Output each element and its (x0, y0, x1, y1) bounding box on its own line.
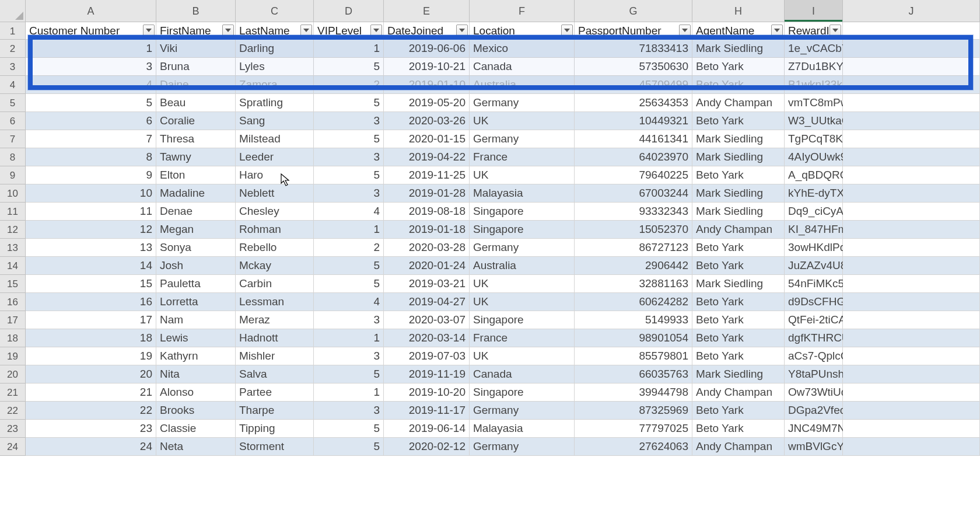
col-header-E[interactable]: E (384, 0, 470, 22)
cell-lastname[interactable]: Leeder (236, 148, 314, 166)
cell-firstname[interactable]: Coralie (156, 112, 236, 130)
cell-agentname[interactable]: Beto Yark (692, 76, 785, 94)
cell[interactable] (843, 239, 980, 257)
cell-rewardid[interactable]: 4AIyOUwk9WY (785, 148, 843, 166)
cell-lastname[interactable]: Salva (236, 365, 314, 383)
cell-agentname[interactable]: Beto Yark (692, 166, 785, 184)
cell-datejoined[interactable]: 2019-05-20 (384, 94, 470, 112)
cell-passportnumber[interactable]: 66035763 (575, 365, 692, 383)
cell-lastname[interactable]: Lyles (236, 58, 314, 76)
cell-rewardid[interactable]: Dq9_ciCyAq8 (785, 203, 843, 221)
cell-agentname[interactable]: Beto Yark (692, 239, 785, 257)
cell-lastname[interactable]: Tharpe (236, 402, 314, 420)
cell-location[interactable]: France (470, 148, 575, 166)
cell-lastname[interactable]: Hadnott (236, 329, 314, 347)
cell-datejoined[interactable]: 2020-01-24 (384, 257, 470, 275)
cell-rewardid[interactable]: 54nFiMKc5ag (785, 275, 843, 293)
cell-datejoined[interactable]: 2019-06-14 (384, 420, 470, 438)
cell-lastname[interactable]: Lessman (236, 293, 314, 311)
filter-dropdown-icon[interactable] (830, 25, 841, 36)
col-header-J[interactable]: J (843, 0, 980, 22)
header-firstname[interactable]: FirstName (156, 22, 236, 40)
cell[interactable] (843, 347, 980, 365)
cell-firstname[interactable]: Lewis (156, 329, 236, 347)
header-agentname[interactable]: AgentName (692, 22, 785, 40)
cell-viplevel[interactable]: 4 (314, 293, 384, 311)
cell-passportnumber[interactable]: 10449321 (575, 112, 692, 130)
cell-datejoined[interactable]: 2019-11-19 (384, 365, 470, 383)
cell[interactable] (843, 94, 980, 112)
cell-viplevel[interactable]: 5 (314, 94, 384, 112)
cell[interactable] (843, 402, 980, 420)
cell[interactable] (843, 58, 980, 76)
cell-viplevel[interactable]: 1 (314, 221, 384, 239)
cell-lastname[interactable]: Meraz (236, 311, 314, 329)
col-header-C[interactable]: C (236, 0, 314, 22)
col-header-G[interactable]: G (575, 0, 692, 22)
cell-datejoined[interactable]: 2019-01-28 (384, 184, 470, 203)
cell-customer-number[interactable]: 19 (26, 347, 156, 365)
cell-customer-number[interactable]: 13 (26, 239, 156, 257)
cell-firstname[interactable]: Brooks (156, 402, 236, 420)
cell-customer-number[interactable]: 1 (26, 40, 156, 58)
cell-location[interactable]: Singapore (470, 203, 575, 221)
cell-location[interactable]: Singapore (470, 383, 575, 402)
cell-customer-number[interactable]: 4 (26, 76, 156, 94)
row-header[interactable]: 19 (0, 347, 26, 365)
cell-datejoined[interactable]: 2019-04-27 (384, 293, 470, 311)
cell-location[interactable]: UK (470, 166, 575, 184)
cell-passportnumber[interactable]: 64023970 (575, 148, 692, 166)
cell-firstname[interactable]: Kathyrn (156, 347, 236, 365)
cell-datejoined[interactable]: 2019-04-22 (384, 148, 470, 166)
cell-passportnumber[interactable]: 2906442 (575, 257, 692, 275)
cell-lastname[interactable]: Mishler (236, 347, 314, 365)
cell-firstname[interactable]: Viki (156, 40, 236, 58)
cell-location[interactable]: Singapore (470, 311, 575, 329)
cell-passportnumber[interactable]: 39944798 (575, 383, 692, 402)
cell-viplevel[interactable]: 4 (314, 203, 384, 221)
header-datejoined[interactable]: DateJoined (384, 22, 470, 40)
cell-passportnumber[interactable]: 27624063 (575, 438, 692, 456)
cell-firstname[interactable]: Classie (156, 420, 236, 438)
col-header-A[interactable]: A (26, 0, 156, 22)
filter-dropdown-icon[interactable] (300, 25, 312, 36)
cell-customer-number[interactable]: 5 (26, 94, 156, 112)
cell-passportnumber[interactable]: 15052370 (575, 221, 692, 239)
cell-passportnumber[interactable]: 44161341 (575, 130, 692, 148)
cell-lastname[interactable]: Rohman (236, 221, 314, 239)
cell-rewardid[interactable]: JuZAZv4U8mE (785, 257, 843, 275)
cell-agentname[interactable]: Beto Yark (692, 311, 785, 329)
filter-dropdown-icon[interactable] (143, 25, 155, 36)
cell-firstname[interactable]: Alonso (156, 383, 236, 402)
cell-rewardid[interactable]: Y8taPUnshr8 (785, 365, 843, 383)
filter-dropdown-icon[interactable] (561, 25, 573, 36)
cell[interactable] (843, 365, 980, 383)
cell-customer-number[interactable]: 15 (26, 275, 156, 293)
cell-viplevel[interactable]: 5 (314, 257, 384, 275)
cell-datejoined[interactable]: 2020-03-14 (384, 329, 470, 347)
cell-lastname[interactable]: Haro (236, 166, 314, 184)
cell-firstname[interactable]: Sonya (156, 239, 236, 257)
col-header-D[interactable]: D (314, 0, 384, 22)
cell-rewardid[interactable]: 1e_vCACbYPY (785, 40, 843, 58)
cell-viplevel[interactable]: 5 (314, 438, 384, 456)
cell-firstname[interactable]: Josh (156, 257, 236, 275)
cell-lastname[interactable]: Zamora (236, 76, 314, 94)
cell-location[interactable]: Mexico (470, 40, 575, 58)
cell-datejoined[interactable]: 2019-01-10 (384, 76, 470, 94)
cell-lastname[interactable]: Tipping (236, 420, 314, 438)
cell-location[interactable]: Malayasia (470, 420, 575, 438)
cell-viplevel[interactable]: 5 (314, 420, 384, 438)
cell-viplevel[interactable]: 2 (314, 76, 384, 94)
cell-location[interactable]: France (470, 329, 575, 347)
cell-rewardid[interactable]: KI_847HFmng (785, 221, 843, 239)
cell-lastname[interactable]: Spratling (236, 94, 314, 112)
cell-firstname[interactable]: Tawny (156, 148, 236, 166)
cell-passportnumber[interactable]: 32881163 (575, 275, 692, 293)
header-viplevel[interactable]: VIPLevel (314, 22, 384, 40)
cell-firstname[interactable]: Nita (156, 365, 236, 383)
cell-agentname[interactable]: Beto Yark (692, 420, 785, 438)
cell-agentname[interactable]: Beto Yark (692, 293, 785, 311)
cell-viplevel[interactable]: 3 (314, 112, 384, 130)
cell[interactable] (843, 112, 980, 130)
